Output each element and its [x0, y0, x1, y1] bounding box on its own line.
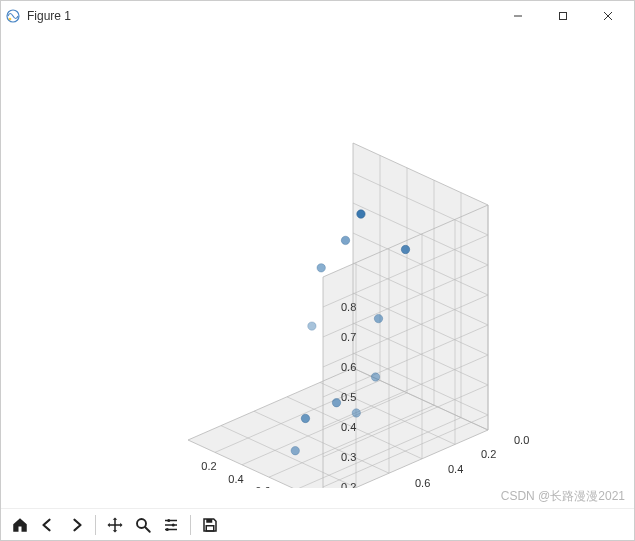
plot-canvas[interactable]: 0.20.40.60.80.00.20.40.60.80.20.30.40.50… — [1, 31, 634, 508]
svg-point-80 — [167, 519, 170, 522]
minimize-button[interactable] — [495, 1, 540, 31]
svg-text:0.8: 0.8 — [341, 301, 356, 313]
svg-text:0.7: 0.7 — [341, 331, 356, 343]
svg-point-72 — [332, 398, 340, 406]
svg-text:0.6: 0.6 — [255, 485, 270, 488]
separator — [190, 515, 191, 535]
back-button[interactable] — [35, 512, 61, 538]
svg-text:0.2: 0.2 — [481, 448, 496, 460]
svg-point-76 — [356, 209, 364, 217]
svg-text:0.3: 0.3 — [341, 451, 356, 463]
scatter-3d: 0.20.40.60.80.00.20.40.60.80.20.30.40.50… — [48, 48, 588, 488]
svg-point-73 — [341, 236, 349, 244]
svg-point-75 — [401, 245, 409, 253]
svg-text:0.0: 0.0 — [514, 434, 529, 446]
svg-point-67 — [352, 408, 360, 416]
svg-point-84 — [166, 528, 169, 531]
svg-point-66 — [307, 321, 315, 329]
svg-point-74 — [301, 414, 309, 422]
forward-button[interactable] — [63, 512, 89, 538]
configure-button[interactable] — [158, 512, 184, 538]
app-icon — [5, 8, 21, 24]
svg-point-71 — [374, 314, 382, 322]
svg-text:0.5: 0.5 — [341, 391, 356, 403]
svg-point-70 — [317, 263, 325, 271]
svg-rect-3 — [559, 13, 566, 20]
svg-text:0.2: 0.2 — [341, 481, 356, 488]
save-button[interactable] — [197, 512, 223, 538]
svg-text:0.4: 0.4 — [228, 472, 243, 484]
svg-text:0.6: 0.6 — [341, 361, 356, 373]
svg-text:0.4: 0.4 — [448, 462, 463, 474]
svg-text:0.6: 0.6 — [415, 477, 430, 488]
titlebar[interactable]: Figure 1 — [1, 1, 634, 31]
nav-toolbar — [1, 508, 634, 540]
svg-rect-85 — [206, 519, 212, 523]
zoom-button[interactable] — [130, 512, 156, 538]
separator — [95, 515, 96, 535]
svg-point-82 — [172, 523, 175, 526]
svg-text:0.2: 0.2 — [201, 460, 216, 472]
maximize-button[interactable] — [540, 1, 585, 31]
svg-rect-86 — [206, 525, 214, 530]
home-button[interactable] — [7, 512, 33, 538]
close-button[interactable] — [585, 1, 630, 31]
pan-button[interactable] — [102, 512, 128, 538]
svg-line-78 — [145, 527, 150, 532]
svg-point-69 — [291, 446, 299, 454]
svg-point-68 — [371, 372, 379, 380]
svg-point-1 — [9, 18, 12, 21]
svg-text:0.4: 0.4 — [341, 421, 356, 433]
window-title: Figure 1 — [27, 9, 71, 23]
figure-window: Figure 1 0.20.40.60.80.00.20.40.60.80.20… — [0, 0, 635, 541]
